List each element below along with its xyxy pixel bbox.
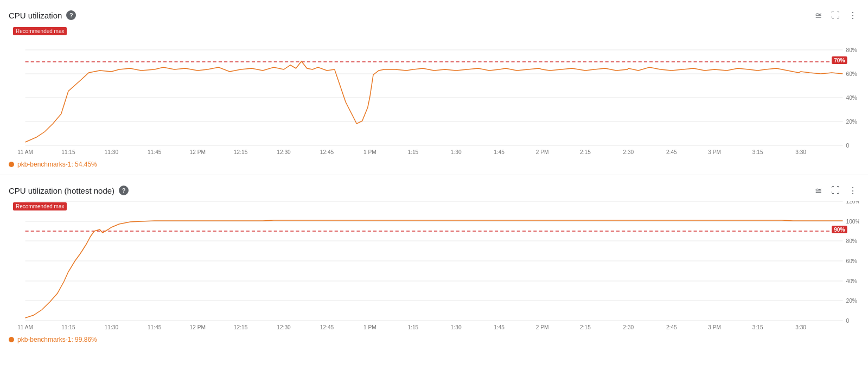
chart-title-group-2: CPU utilization (hottest node) ? — [9, 186, 129, 195]
x-label-315: 3:15 — [752, 149, 763, 155]
data-line-1 — [25, 61, 843, 142]
x2-label-130: 1:30 — [451, 324, 462, 330]
x2-label-1pm: 1 PM — [363, 324, 376, 330]
x2-label-145: 1:45 — [494, 324, 505, 330]
y-label-120: 120% — [846, 201, 859, 205]
y-label-60: 60% — [846, 258, 857, 264]
x2-label-115: 1:15 — [407, 324, 418, 330]
x2-label-315: 3:15 — [752, 324, 763, 330]
x2-label-12pm: 12 PM — [190, 324, 206, 330]
chart-svg-1: 80% 60% 40% 20% 0 70% 11 AM 11:15 11:30 … — [9, 26, 859, 156]
x-label-12pm: 12 PM — [190, 149, 206, 155]
legend-toggle-btn-2[interactable]: ≅ — [812, 184, 825, 197]
legend-text-1: pkb-benchmarks-1: 54.45% — [17, 161, 97, 168]
chart-title-2: CPU utilization (hottest node) — [9, 186, 114, 195]
y-label-20: 20% — [846, 119, 857, 125]
chart-svg-2: 120% 100% 80% 60% 40% 20% 0 90% 11 AM 11… — [9, 201, 859, 331]
y-label-0-2: 0 — [846, 318, 850, 324]
y-label-0: 0 — [846, 143, 850, 149]
y-label-60: 60% — [846, 71, 857, 77]
y-label-80: 80% — [846, 47, 857, 53]
chart-actions-2: ≅ ⛶ ⋮ — [812, 184, 859, 197]
chart-legend-2: pkb-benchmarks-1: 99.86% — [0, 331, 868, 346]
x-label-230: 2:30 — [623, 149, 634, 155]
recommended-label-1: Recommended max — [13, 27, 67, 35]
help-icon-1[interactable]: ? — [66, 10, 76, 20]
help-icon-2[interactable]: ? — [119, 186, 129, 195]
x2-label-1130: 11:30 — [105, 324, 119, 330]
legend-dot-1 — [9, 162, 14, 167]
y-label-100: 100% — [846, 219, 859, 225]
x2-label-1230: 12:30 — [277, 324, 291, 330]
x2-label-11am: 11 AM — [17, 324, 33, 330]
x-label-1230: 12:30 — [277, 149, 291, 155]
x-label-1245: 12:45 — [320, 149, 334, 155]
x-label-11am: 11 AM — [17, 149, 33, 155]
x2-label-2pm: 2 PM — [536, 324, 549, 330]
chart-title-1: CPU utilization — [9, 11, 62, 20]
x-label-115: 1:15 — [407, 149, 418, 155]
x-label-130: 1:30 — [451, 149, 462, 155]
x-label-2pm: 2 PM — [536, 149, 549, 155]
chart-panel-cpu-utilization: CPU utilization ? ≅ ⛶ ⋮ Recommended max … — [0, 0, 868, 175]
more-options-btn-2[interactable]: ⋮ — [846, 184, 859, 197]
x2-label-1215: 12:15 — [234, 324, 248, 330]
x2-label-230: 2:30 — [623, 324, 634, 330]
x-label-330: 3:30 — [795, 149, 806, 155]
x2-label-330: 3:30 — [795, 324, 806, 330]
x-label-145: 1:45 — [494, 149, 505, 155]
fullscreen-btn-2[interactable]: ⛶ — [829, 184, 842, 197]
x-label-1145: 11:45 — [148, 149, 162, 155]
legend-text-2: pkb-benchmarks-1: 99.86% — [17, 336, 97, 343]
x-label-215: 2:15 — [580, 149, 591, 155]
threshold-badge-text-2: 90% — [834, 227, 845, 233]
x-label-245: 2:45 — [666, 149, 677, 155]
legend-dot-2 — [9, 337, 14, 342]
x-label-3pm: 3 PM — [708, 149, 721, 155]
recommended-label-2: Recommended max — [13, 202, 67, 210]
x-label-1115: 11:15 — [61, 149, 75, 155]
fullscreen-btn-1[interactable]: ⛶ — [829, 9, 842, 22]
chart-header-1: CPU utilization ? ≅ ⛶ ⋮ — [0, 9, 868, 26]
y-label-40: 40% — [846, 278, 857, 284]
x2-label-1145: 11:45 — [148, 324, 162, 330]
y-label-20: 20% — [846, 298, 857, 304]
y-label-80: 80% — [846, 238, 857, 244]
x2-label-1245: 12:45 — [320, 324, 334, 330]
legend-toggle-btn-1[interactable]: ≅ — [812, 9, 825, 22]
chart-panel-cpu-hottest: CPU utilization (hottest node) ? ≅ ⛶ ⋮ R… — [0, 175, 868, 350]
y-label-40: 40% — [846, 95, 857, 101]
data-line-2 — [25, 220, 843, 318]
chart-area-2: Recommended max 120% 100% 80% 60% 40% 20… — [9, 201, 859, 331]
x2-label-245: 2:45 — [666, 324, 677, 330]
chart-legend-1: pkb-benchmarks-1: 54.45% — [0, 156, 868, 170]
x-label-1130: 11:30 — [105, 149, 119, 155]
x2-label-3pm: 3 PM — [708, 324, 721, 330]
more-options-btn-1[interactable]: ⋮ — [846, 9, 859, 22]
chart-area-1: Recommended max 80% 60% 40% 20% 0 70% 11… — [9, 26, 859, 156]
threshold-badge-text-1: 70% — [834, 58, 845, 63]
chart-actions-1: ≅ ⛶ ⋮ — [812, 9, 859, 22]
x2-label-215: 2:15 — [580, 324, 591, 330]
x2-label-1115: 11:15 — [61, 324, 75, 330]
x-label-1215: 12:15 — [234, 149, 248, 155]
x-label-1pm: 1 PM — [363, 149, 376, 155]
chart-title-group-1: CPU utilization ? — [9, 10, 76, 20]
chart-header-2: CPU utilization (hottest node) ? ≅ ⛶ ⋮ — [0, 184, 868, 201]
